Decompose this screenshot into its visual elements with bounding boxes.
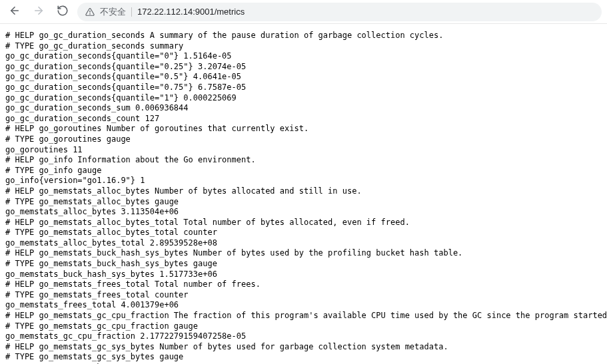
url-text: 172.22.112.14:9001/metrics <box>137 7 245 17</box>
arrow-right-icon <box>33 5 45 19</box>
svg-point-3 <box>90 13 91 14</box>
arrow-left-icon <box>9 5 21 19</box>
metrics-output: # HELP go_gc_duration_seconds A summary … <box>0 24 607 364</box>
warning-icon <box>85 7 95 17</box>
address-divider <box>131 7 132 17</box>
reload-button[interactable] <box>53 3 72 21</box>
reload-icon <box>57 5 69 19</box>
address-bar[interactable]: 不安全 172.22.112.14:9001/metrics <box>77 3 602 21</box>
forward-button[interactable] <box>29 3 48 21</box>
browser-toolbar: 不安全 172.22.112.14:9001/metrics <box>0 0 607 24</box>
security-label: 不安全 <box>100 6 126 18</box>
back-button[interactable] <box>5 3 24 21</box>
